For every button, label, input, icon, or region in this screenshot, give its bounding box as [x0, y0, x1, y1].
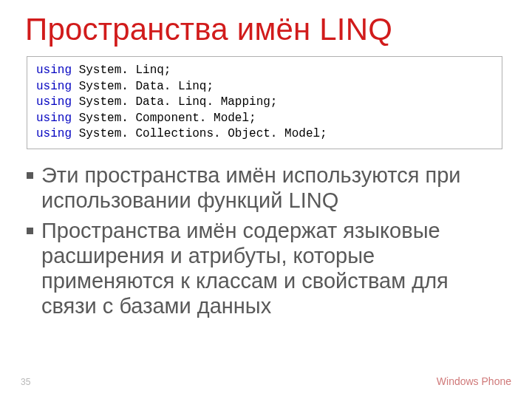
bullet-text: Пространства имён содержат языковые расш… [41, 219, 449, 318]
code-block: using System. Linq; using System. Data. … [27, 56, 502, 149]
code-keyword: using [36, 127, 72, 140]
code-keyword: using [36, 64, 72, 77]
code-rest: System. Linq; [79, 64, 171, 77]
code-line: using System. Component. Model; [36, 111, 493, 127]
code-line: using System. Data. Linq. Mapping; [36, 95, 493, 111]
page-number: 35 [21, 377, 30, 387]
code-line: using System. Data. Linq; [36, 79, 493, 95]
code-line: using System. Linq; [36, 63, 493, 79]
code-rest: System. Collections. Object. Model; [79, 127, 327, 140]
slide-container: Пространства имён LINQ using System. Lin… [0, 0, 532, 399]
code-line: using System. Collections. Object. Model… [36, 126, 493, 143]
page-title: Пространства имён LINQ [25, 13, 507, 46]
code-rest: System. Data. Linq. Mapping; [79, 95, 278, 109]
list-item: Эти пространства имён используются при и… [25, 163, 507, 213]
code-keyword: using [36, 80, 72, 93]
list-item: Пространства имён содержат языковые расш… [25, 218, 507, 319]
bullet-text: Эти пространства имён используются при и… [41, 163, 461, 212]
code-keyword: using [36, 95, 72, 109]
code-rest: System. Data. Linq; [79, 80, 214, 93]
code-keyword: using [36, 112, 72, 125]
brand-label: Windows Phone [437, 375, 511, 387]
code-rest: System. Component. Model; [79, 112, 256, 125]
bullet-list: Эти пространства имён используются при и… [25, 163, 507, 318]
